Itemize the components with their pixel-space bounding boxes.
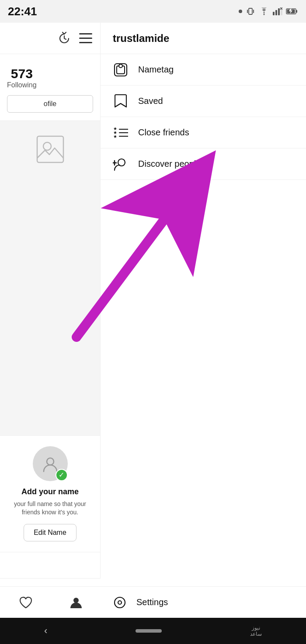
add-name-desc: your full name so that your friends know…: [7, 500, 93, 517]
svg-rect-14: [79, 38, 92, 39]
svg-point-17: [43, 142, 51, 150]
svg-rect-13: [79, 33, 92, 34]
svg-point-31: [73, 598, 79, 603]
main-container: 573 Following ofile: [0, 23, 306, 579]
profile-nav-icon[interactable]: [70, 596, 82, 609]
avatar-check-wrap: ✓: [33, 446, 68, 481]
svg-point-21: [119, 64, 122, 68]
menu-item-saved[interactable]: Saved: [101, 86, 306, 117]
android-nav-bar: ‹ نیوزساعد: [0, 618, 306, 644]
svg-rect-6: [278, 8, 280, 15]
grid-area: [0, 121, 100, 436]
svg-text:★: ★: [113, 134, 117, 139]
close-friends-icon: ★ ★ ★: [113, 125, 129, 141]
svg-rect-1: [247, 10, 248, 13]
bookmark-icon: [113, 93, 129, 109]
right-drawer: trustlamide Nametag: [101, 23, 306, 579]
heart-icon[interactable]: [19, 596, 33, 609]
bottom-nav: [0, 586, 101, 618]
svg-rect-2: [253, 10, 254, 13]
nametag-icon: [113, 62, 129, 78]
left-panel: 573 Following ofile: [0, 23, 101, 579]
svg-rect-11: [296, 10, 297, 13]
svg-rect-4: [273, 12, 275, 15]
photo-grid-icon: [35, 134, 66, 165]
settings-label: Settings: [136, 597, 168, 607]
drawer-username: trustlamide: [113, 32, 169, 45]
settings-icon: [113, 596, 127, 610]
hamburger-icon[interactable]: [79, 33, 92, 44]
status-bar: 22:41: [0, 0, 306, 23]
history-icon[interactable]: [57, 31, 71, 45]
edit-name-button[interactable]: Edit Name: [24, 524, 76, 541]
wifi-icon: [259, 7, 269, 15]
drawer-header: trustlamide: [101, 23, 306, 54]
status-icons: [239, 7, 298, 16]
following-stat[interactable]: 573 Following: [7, 66, 37, 89]
svg-rect-0: [249, 8, 252, 14]
status-time: 22:41: [8, 5, 37, 18]
check-badge: ✓: [56, 469, 68, 481]
nametag-label: Nametag: [138, 65, 174, 75]
vibrate-icon: [246, 7, 255, 16]
watermark: نیوزساعد: [250, 625, 262, 637]
stats-row: 573 Following: [7, 66, 93, 89]
menu-item-nametag[interactable]: Nametag: [101, 54, 306, 86]
saved-label: Saved: [138, 96, 163, 106]
left-spacer: [0, 552, 100, 579]
svg-point-32: [115, 597, 125, 608]
svg-point-3: [264, 14, 265, 15]
settings-row[interactable]: Settings: [101, 586, 306, 618]
person-silhouette-icon: [42, 455, 59, 472]
notification-dot: [239, 10, 242, 13]
add-name-card: ✓ Add your name your full name so that y…: [0, 436, 100, 552]
close-friends-label: Close friends: [138, 127, 189, 138]
svg-point-18: [47, 458, 54, 465]
discover-people-icon: [113, 156, 129, 172]
back-button[interactable]: ‹: [44, 625, 47, 637]
following-number: 573: [11, 66, 33, 81]
svg-rect-15: [79, 42, 92, 43]
battery-icon: [286, 7, 298, 15]
home-pill[interactable]: [136, 629, 162, 633]
drawer-menu: Nametag Saved ★: [101, 54, 306, 579]
add-name-title: Add your name: [7, 487, 93, 496]
svg-point-33: [118, 601, 122, 604]
following-label: Following: [7, 81, 37, 89]
svg-rect-5: [275, 10, 277, 15]
discover-people-label: Discover people: [138, 159, 201, 169]
edit-profile-button[interactable]: ofile: [7, 95, 93, 113]
left-header: [0, 23, 100, 54]
menu-item-close-friends[interactable]: ★ ★ ★ Close friends: [101, 117, 306, 148]
menu-item-discover-people[interactable]: Discover people: [101, 148, 306, 180]
profile-stats: 573 Following ofile: [0, 54, 100, 121]
signal-icon: [273, 7, 282, 15]
